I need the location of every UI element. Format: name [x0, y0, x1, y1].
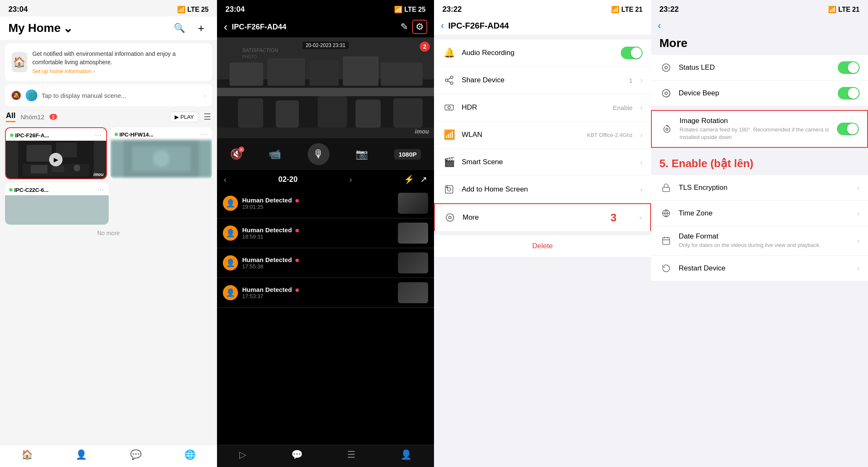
cam-nav-chat[interactable]: 💬 [291, 449, 303, 460]
restart-label: Restart Device [679, 264, 851, 273]
settings-smart-scene[interactable]: 🎬 Smart Scene › [434, 149, 651, 176]
back-icon-2[interactable]: ‹ [224, 20, 227, 34]
settings-topbar: ‹ IPC-F26F-AD44 [434, 16, 651, 35]
more-device-beep[interactable]: Device Beep [651, 81, 868, 106]
list-view-icon[interactable]: ☰ [204, 112, 211, 122]
settings-audio-recording[interactable]: 🔔 Audio Recording [434, 39, 651, 67]
tab-group[interactable]: Nhóm12 [21, 113, 44, 121]
mic-button[interactable]: 🎙 [308, 143, 329, 165]
cam-nav-play[interactable]: ▷ [239, 449, 246, 460]
more-timezone[interactable]: Time Zone › [651, 201, 868, 226]
svg-point-42 [666, 129, 668, 131]
settings-icon[interactable]: ⚙ [412, 20, 427, 34]
event-item-2[interactable]: 👤 Human Detected 18:59:31 [217, 218, 434, 248]
event-info-3: Human Detected 17:55:38 [242, 256, 394, 270]
event-time-3: 17:55:38 [242, 263, 394, 270]
status-led-toggle[interactable] [838, 61, 860, 74]
event-item-3[interactable]: 👤 Human Detected 17:55:38 [217, 248, 434, 278]
device-beep-toggle[interactable] [838, 87, 860, 100]
filter-icon[interactable]: ⚡ [404, 174, 414, 184]
chevron-down-icon[interactable]: ⌄ [63, 21, 73, 35]
step-badge-2: 2 [420, 42, 430, 52]
no-more-label: No more [0, 225, 217, 241]
back-button-3[interactable]: ‹ [441, 20, 444, 31]
more-restart[interactable]: Restart Device › [651, 256, 868, 281]
playback-icons: ⚡ ↗ [404, 174, 427, 184]
signal-icon-2: 📶 [394, 5, 403, 13]
audio-toggle[interactable] [621, 47, 643, 59]
event-item-4[interactable]: 👤 Human Detected 17:53:37 [217, 278, 434, 308]
svg-rect-14 [309, 60, 339, 86]
settings-add-home[interactable]: Add to Home Screen › [434, 176, 651, 203]
event-list: 👤 Human Detected 19:01:25 👤 Human Detect… [217, 189, 434, 445]
prev-date[interactable]: ‹ [224, 175, 227, 184]
video-button[interactable]: 📹 [269, 148, 281, 160]
device-tabs: All Nhóm12 1 ▶ PLAY ☰ [0, 110, 217, 124]
event-icon-2: 👤 [223, 226, 238, 241]
status-bar-4: 23:22 📶 LTE 21 [651, 0, 868, 16]
add-button[interactable]: + [193, 21, 209, 36]
back-button-4[interactable]: ‹ [658, 20, 661, 31]
screenshot-button[interactable]: 📷 [356, 148, 368, 160]
next-date[interactable]: › [349, 175, 352, 184]
edit-icon[interactable]: ✎ [400, 21, 408, 32]
export-icon[interactable]: ↗ [420, 174, 427, 184]
date-format-chevron: › [857, 236, 860, 245]
smart-scene-label: Smart Scene [462, 158, 634, 166]
device-more-1[interactable]: ··· [95, 131, 102, 139]
nav-home[interactable]: 🏠 [21, 449, 33, 460]
banner-content: Get notified with environmental informat… [32, 50, 205, 74]
wlan-chevron: › [640, 131, 643, 139]
more-image-rotation[interactable]: Image Rotation Rotates camera feed by 18… [652, 111, 867, 147]
mute-button[interactable]: 🔇 [230, 148, 243, 160]
device-card-ipc-f26f[interactable]: IPC-F26F-A... ··· ▶ imou [5, 127, 107, 179]
event-item-1[interactable]: 👤 Human Detected 19:01:25 [217, 189, 434, 218]
nav-profile[interactable]: 👤 [76, 449, 87, 460]
cam-nav-person[interactable]: 👤 [400, 449, 412, 460]
blurred-preview-svg [110, 140, 212, 178]
image-rotation-toggle[interactable] [837, 123, 859, 135]
device-name-3: IPC-C22C-6... [9, 187, 49, 193]
timezone-label: Time Zone [679, 209, 851, 218]
more-status-led[interactable]: Status LED [651, 55, 868, 81]
delete-button[interactable]: Delete [434, 235, 651, 257]
svg-point-9 [153, 150, 170, 167]
device-card-ipc-c22c[interactable]: IPC-C22C-6... ··· [5, 183, 109, 225]
nav-chat[interactable]: 💬 [130, 449, 141, 460]
lte-label-4: LTE [838, 6, 850, 13]
banner-text: Get notified with environmental informat… [32, 50, 205, 66]
enable-instruction-text: 5. Enable (bật lên) [651, 152, 868, 175]
status-bar-3: 23:22 📶 LTE 21 [434, 0, 651, 16]
wlan-icon: 📶 [442, 128, 456, 142]
device-row-3: IPC-C22C-6... ··· [0, 183, 217, 225]
setup-link[interactable]: Set up home information › [32, 68, 205, 74]
tab-all[interactable]: All [6, 111, 16, 122]
event-title-3: Human Detected [242, 256, 394, 263]
settings-wlan[interactable]: 📶 WLAN KBT Office-2.4Ghz › [434, 121, 651, 149]
timezone-content: Time Zone [679, 209, 851, 218]
settings-hdr[interactable]: HDR Enable › [434, 94, 651, 121]
panel-device-settings: 23:22 📶 LTE 21 ‹ IPC-F26F-AD44 🔔 Audio R… [434, 0, 651, 467]
smart-scene-chevron: › [640, 158, 643, 167]
event-icon-4: 👤 [223, 285, 238, 300]
status-icons-2: 📶 LTE 25 [394, 5, 426, 13]
resolution-badge[interactable]: 1080P [394, 149, 421, 160]
device-more-3[interactable]: ··· [97, 186, 104, 194]
svg-rect-1 [26, 145, 52, 162]
more-tls[interactable]: TLS Encryption › [651, 175, 868, 201]
wlan-value: KBT Office-2.4Ghz [587, 132, 633, 138]
settings-more[interactable]: More 3 › [434, 203, 651, 231]
nav-globe[interactable]: 🌐 [184, 449, 196, 460]
search-button[interactable]: 🔍 [172, 21, 187, 36]
device-card-ipc-hfw14[interactable]: IPC-HFW14... ··· [110, 127, 212, 179]
svg-rect-13 [267, 58, 305, 86]
svg-line-30 [448, 78, 451, 80]
cam-nav-list[interactable]: ☰ [347, 449, 356, 460]
settings-share-device[interactable]: Share Device 1 › [434, 67, 651, 94]
play-button[interactable]: ▶ PLAY [170, 112, 199, 122]
scene-bar[interactable]: 🔕 🌿 Tap to display manual scene... › [5, 84, 212, 106]
svg-rect-16 [381, 63, 423, 86]
device-more-2[interactable]: ··· [201, 131, 208, 138]
more-date-format[interactable]: Date Format Only for dates on the videos… [651, 226, 868, 255]
share-label: Share Device [462, 76, 623, 84]
